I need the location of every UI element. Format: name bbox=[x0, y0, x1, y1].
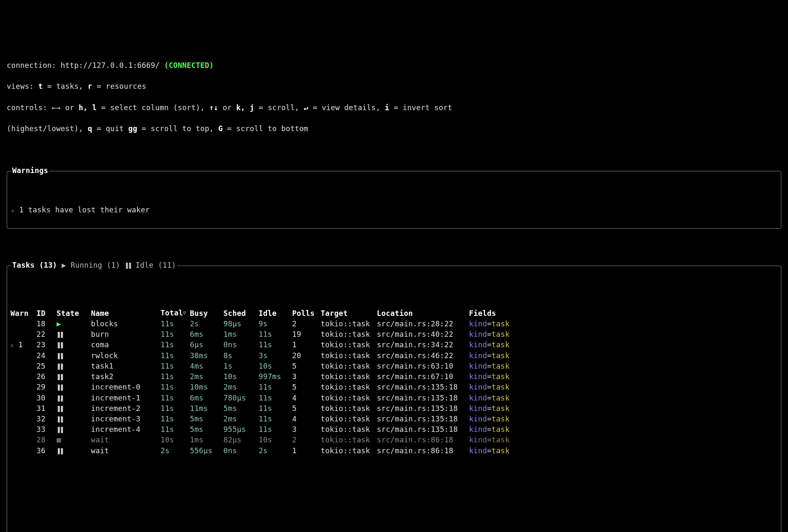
col-header-target[interactable]: Target bbox=[321, 308, 377, 319]
cell-name: increment-0 bbox=[91, 382, 161, 393]
cell-total: 11s bbox=[161, 393, 190, 403]
stop-icon: ■ bbox=[57, 436, 61, 444]
controls-arrows-lr: ←→ or bbox=[47, 103, 79, 112]
col-header-fields[interactable]: Fields bbox=[469, 308, 778, 319]
warn-count: 1 bbox=[18, 341, 23, 349]
cell-state: ❚❚ bbox=[57, 372, 91, 382]
field-eq: = bbox=[487, 341, 492, 349]
col-header-state[interactable]: State bbox=[57, 308, 91, 319]
cell-idle: 10s bbox=[259, 435, 292, 445]
controls-key-gg[interactable]: gg bbox=[128, 124, 137, 133]
cell-polls: 5 bbox=[292, 361, 321, 372]
views-key-t[interactable]: t bbox=[38, 82, 43, 90]
cell-sched: 2ms bbox=[223, 414, 259, 424]
col-header-warn[interactable]: Warn bbox=[10, 308, 36, 319]
cell-location: src/main.rs:86:18 bbox=[377, 435, 469, 445]
cell-polls: 1 bbox=[292, 446, 321, 456]
connection-url: http://127.0.0.1:6669/ bbox=[61, 61, 160, 70]
cell-state: ❚❚ bbox=[57, 424, 91, 435]
table-row[interactable]: 33❚❚increment-411s5ms955µs11s3tokio::tas… bbox=[10, 424, 778, 435]
controls-key-hl[interactable]: h, l bbox=[79, 103, 97, 112]
warnings-title: Warnings bbox=[11, 165, 49, 176]
tasks-title: Tasks (13) ▶ Running (1) ❚❚ Idle (11) bbox=[11, 260, 177, 271]
col-header-name[interactable]: Name bbox=[91, 308, 161, 319]
pause-icon: ❚❚ bbox=[57, 404, 63, 413]
cell-state: ❚❚ bbox=[57, 414, 91, 424]
cell-fields: kind=task bbox=[469, 382, 778, 393]
sort-descending-icon: ▽ bbox=[183, 310, 186, 316]
cell-id: 22 bbox=[36, 329, 57, 340]
table-row[interactable]: 32❚❚increment-311s5ms2ms11s4tokio::tasks… bbox=[10, 414, 778, 424]
cell-state: ■ bbox=[57, 435, 91, 445]
cell-fields: kind=task bbox=[469, 372, 778, 382]
cell-fields: kind=task bbox=[469, 414, 778, 424]
controls-key-q[interactable]: q bbox=[88, 124, 92, 133]
cell-busy: 2ms bbox=[190, 372, 223, 382]
cell-idle: 11s bbox=[259, 414, 292, 424]
field-val: task bbox=[492, 436, 510, 444]
idle-label: Idle (11) bbox=[135, 261, 176, 269]
col-header-busy[interactable]: Busy bbox=[190, 308, 223, 319]
field-val: task bbox=[492, 447, 510, 455]
col-header-idle[interactable]: Idle bbox=[259, 308, 292, 319]
cell-total: 11s bbox=[161, 372, 190, 382]
views-key-r[interactable]: r bbox=[88, 82, 92, 90]
cell-target: tokio::task bbox=[321, 414, 377, 424]
field-eq: = bbox=[487, 383, 492, 391]
table-row[interactable]: 30❚❚increment-111s6ms780µs11s4tokio::tas… bbox=[10, 393, 778, 403]
controls-key-i[interactable]: i bbox=[385, 103, 389, 112]
cell-name: burn bbox=[91, 329, 161, 340]
cell-warn bbox=[10, 351, 36, 361]
table-row[interactable]: 18▶blocks11s2s98µs9s2tokio::tasksrc/main… bbox=[10, 319, 778, 329]
cell-total: 11s bbox=[161, 319, 190, 329]
cell-sched: 955µs bbox=[223, 424, 259, 435]
field-key: kind bbox=[469, 320, 487, 328]
pause-icon: ❚❚ bbox=[57, 351, 63, 360]
field-val: task bbox=[492, 404, 510, 413]
col-header-polls[interactable]: Polls bbox=[292, 308, 321, 319]
pause-icon: ❚❚ bbox=[57, 425, 63, 434]
cell-state: ▶ bbox=[57, 319, 91, 329]
col-header-location[interactable]: Location bbox=[377, 308, 469, 319]
col-header-total[interactable]: Total▽ bbox=[161, 308, 190, 319]
cell-warn bbox=[10, 361, 36, 372]
table-row[interactable]: 25❚❚task111s4ms1s10s5tokio::tasksrc/main… bbox=[10, 361, 778, 372]
cell-name: wait bbox=[91, 446, 161, 456]
tasks-title-count: Tasks (13) bbox=[12, 261, 57, 269]
cell-polls: 4 bbox=[292, 414, 321, 424]
table-row[interactable]: 28■wait10s1ms82µs10s2tokio::tasksrc/main… bbox=[10, 435, 778, 445]
cell-name: wait bbox=[91, 435, 161, 445]
pause-icon: ❚❚ bbox=[57, 394, 63, 402]
cell-id: 31 bbox=[36, 403, 57, 414]
cell-sched: 1s bbox=[223, 361, 259, 372]
controls-desc-kj: = scroll, bbox=[254, 103, 304, 112]
field-val: task bbox=[492, 341, 510, 349]
cell-busy: 4ms bbox=[190, 361, 223, 372]
cell-sched: 82µs bbox=[223, 435, 259, 445]
col-header-sched[interactable]: Sched bbox=[223, 308, 259, 319]
play-icon: ▶ bbox=[57, 320, 61, 328]
cell-id: 24 bbox=[36, 351, 57, 361]
table-row[interactable]: 24❚❚rwlock11s38ms8s3s20tokio::tasksrc/ma… bbox=[10, 351, 778, 361]
table-row[interactable]: 36❚❚wait2s556µs0ns2s1tokio::tasksrc/main… bbox=[10, 446, 778, 456]
cell-target: tokio::task bbox=[321, 435, 377, 445]
table-row[interactable]: 22❚❚burn11s6ms1ms11s19tokio::tasksrc/mai… bbox=[10, 329, 778, 340]
table-row[interactable]: 29❚❚increment-011s10ms2ms11s5tokio::task… bbox=[10, 382, 778, 393]
cell-name: task2 bbox=[91, 372, 161, 382]
cell-sched: 0ns bbox=[223, 340, 259, 350]
table-row[interactable]: ⚠ 123❚❚coma11s6µs0ns11s1tokio::tasksrc/m… bbox=[10, 340, 778, 350]
controls-desc-enter: = view details, bbox=[308, 103, 385, 112]
cell-target: tokio::task bbox=[321, 446, 377, 456]
cell-warn bbox=[10, 435, 36, 445]
cell-target: tokio::task bbox=[321, 361, 377, 372]
cell-location: src/main.rs:135:18 bbox=[377, 403, 469, 414]
table-row[interactable]: 31❚❚increment-211s11ms5ms11s5tokio::task… bbox=[10, 403, 778, 414]
table-row[interactable]: 26❚❚task211s2ms10s997ms3tokio::tasksrc/m… bbox=[10, 372, 778, 382]
controls-key-enter[interactable]: ↵ bbox=[304, 103, 308, 112]
tasks-table[interactable]: Warn ID State Name Total▽ Busy Sched Idl… bbox=[10, 308, 778, 456]
col-header-id[interactable]: ID bbox=[36, 308, 57, 319]
controls-key-G[interactable]: G bbox=[218, 124, 223, 133]
cell-busy: 6µs bbox=[190, 340, 223, 350]
controls-key-kj[interactable]: k, j bbox=[236, 103, 254, 112]
cell-target: tokio::task bbox=[321, 382, 377, 393]
